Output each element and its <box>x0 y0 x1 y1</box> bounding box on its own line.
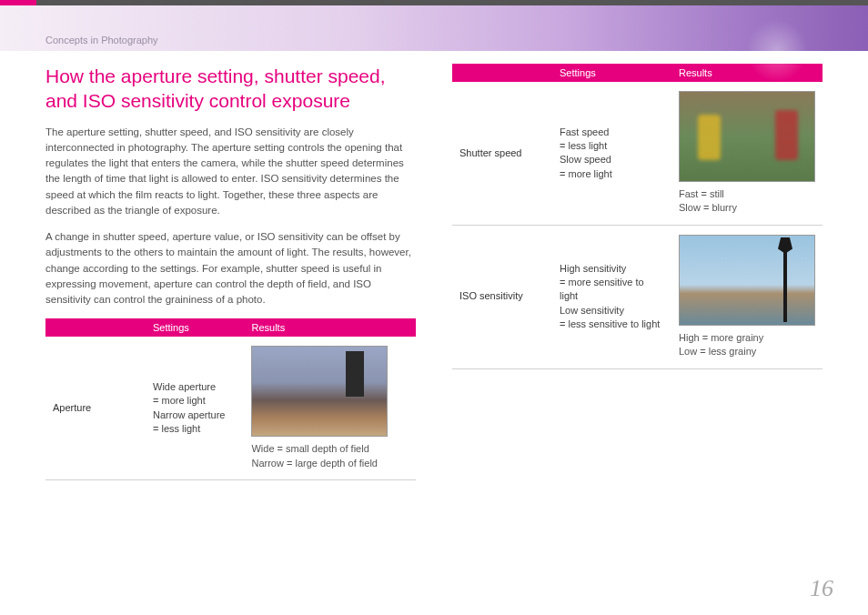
row-label-aperture: Aperture <box>45 337 146 479</box>
row-results-aperture: Wide = small depth of fieldNarrow = larg… <box>244 337 416 479</box>
col-header-blank <box>452 64 552 82</box>
table-row: ISO sensitivity High sensitivity= more s… <box>452 225 823 368</box>
page-number: 16 <box>810 575 833 602</box>
row-results-iso: High = more grainyLow = less grainy <box>671 225 823 368</box>
col-header-results: Results <box>244 318 416 337</box>
left-column: How the aperture setting, shutter speed,… <box>45 64 416 480</box>
table-row: Aperture Wide aperture= more lightNarrow… <box>45 337 416 479</box>
row-label-iso: ISO sensitivity <box>452 225 552 368</box>
exposure-table-left: Settings Results Aperture Wide aperture=… <box>45 318 416 480</box>
intro-paragraph-2: A change in shutter speed, aperture valu… <box>45 229 416 308</box>
col-header-settings: Settings <box>146 318 244 337</box>
caption-aperture: Wide = small depth of fieldNarrow = larg… <box>251 442 409 470</box>
content-area: How the aperture setting, shutter speed,… <box>0 51 868 480</box>
table-row: Shutter speed Fast speed= less lightSlow… <box>452 82 823 225</box>
caption-shutter: Fast = stillSlow = blurry <box>679 187 815 216</box>
header-band: Concepts in Photography <box>0 5 868 51</box>
row-settings-aperture: Wide aperture= more lightNarrow aperture… <box>146 337 244 479</box>
row-results-shutter: Fast = stillSlow = blurry <box>671 82 823 225</box>
exposure-table-right: Settings Results Shutter speed Fast spee… <box>452 64 823 369</box>
intro-paragraph-1: The aperture setting, shutter speed, and… <box>45 125 416 219</box>
thumbnail-cityscape <box>251 346 388 437</box>
row-settings-shutter: Fast speed= less lightSlow speed= more l… <box>552 82 671 225</box>
row-label-shutter: Shutter speed <box>452 82 552 225</box>
right-column: Settings Results Shutter speed Fast spee… <box>452 64 823 480</box>
page-title: How the aperture setting, shutter speed,… <box>45 64 416 114</box>
breadcrumb: Concepts in Photography <box>45 35 158 45</box>
thumbnail-motion <box>679 91 815 182</box>
col-header-blank <box>45 318 146 337</box>
thumbnail-lamp <box>679 235 815 326</box>
col-header-settings: Settings <box>552 64 671 82</box>
caption-iso: High = more grainyLow = less grainy <box>679 331 815 359</box>
row-settings-iso: High sensitivity= more sensitive to ligh… <box>552 225 671 368</box>
